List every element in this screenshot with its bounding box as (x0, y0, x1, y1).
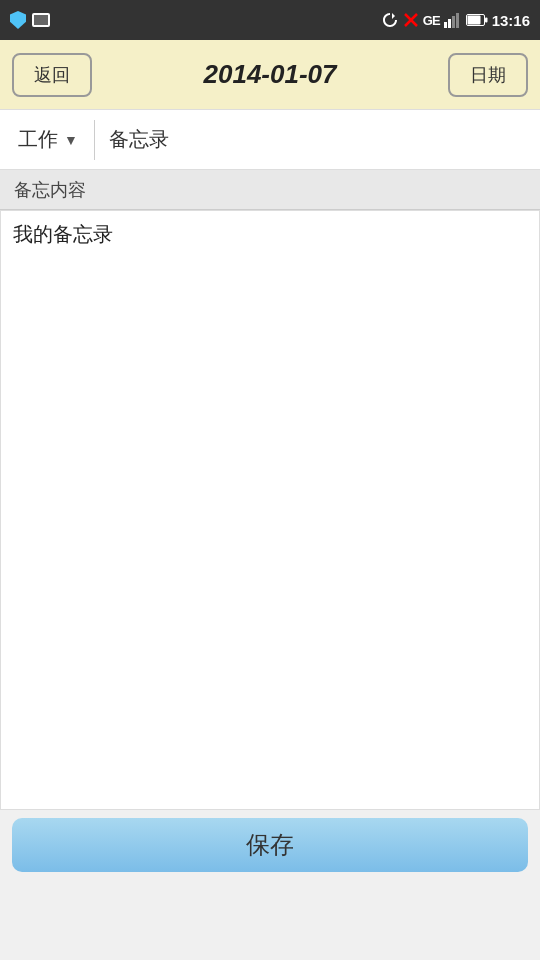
memo-label-row: 备忘内容 (0, 170, 540, 210)
svg-rect-2 (444, 22, 447, 28)
save-button[interactable]: 保存 (12, 818, 528, 872)
svg-rect-4 (452, 16, 455, 28)
shield-icon (10, 11, 26, 29)
svg-rect-8 (485, 18, 488, 23)
network-indicator: GE (423, 13, 440, 28)
dropdown-arrow-icon: ▼ (64, 132, 78, 148)
status-bar-right: GE 13:16 (381, 11, 530, 29)
back-button[interactable]: 返回 (12, 53, 92, 97)
memo-textarea[interactable] (13, 221, 527, 799)
header: 返回 2014-01-07 日期 (0, 40, 540, 110)
rotate-icon (381, 11, 399, 29)
svg-rect-7 (467, 16, 480, 25)
memo-content-area (0, 210, 540, 810)
signal-icon (444, 12, 462, 28)
header-title: 2014-01-07 (92, 59, 448, 90)
image-icon (32, 13, 50, 27)
category-label: 工作 (18, 126, 58, 153)
title-input[interactable] (101, 110, 532, 169)
date-button[interactable]: 日期 (448, 53, 528, 97)
battery-icon (466, 14, 488, 26)
x-icon (403, 12, 419, 28)
svg-rect-3 (448, 19, 451, 28)
status-bar: GE 13:16 (0, 0, 540, 40)
time-display: 13:16 (492, 12, 530, 29)
memo-section-label: 备忘内容 (14, 178, 86, 202)
category-selector[interactable]: 工作 ▼ (8, 110, 88, 169)
svg-rect-5 (456, 13, 459, 28)
save-button-container: 保存 (0, 810, 540, 880)
status-bar-left (10, 11, 50, 29)
vertical-divider (94, 120, 95, 160)
category-row: 工作 ▼ (0, 110, 540, 170)
